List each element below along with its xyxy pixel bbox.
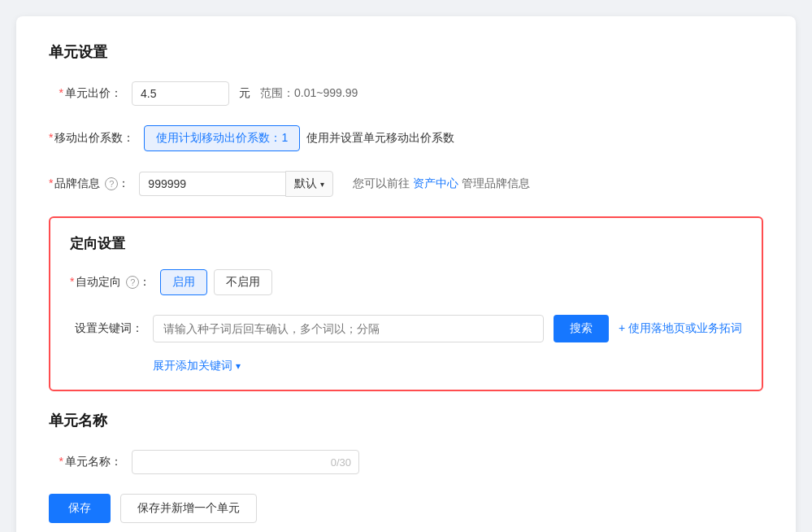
main-container: 单元设置 *单元出价： 元 范围：0.01~999.99 *移动出价系数： 使用… bbox=[16, 16, 796, 532]
mobile-price-row: *移动出价系数： 使用计划移动出价系数：1 使用并设置单元移动出价系数 bbox=[49, 125, 763, 151]
required-star-target: * bbox=[70, 275, 74, 288]
keyword-input[interactable] bbox=[153, 315, 544, 342]
brand-label: *品牌信息 ?： bbox=[49, 177, 129, 191]
unit-name-row: *单元名称： 0/30 bbox=[49, 450, 763, 474]
unit-settings-title: 单元设置 bbox=[49, 42, 763, 62]
required-star-name: * bbox=[59, 455, 63, 468]
required-star-price: * bbox=[59, 86, 63, 99]
brand-info-row: *品牌信息 ?： 默认 ▾ 您可以前往 资产中心 管理品牌信息 bbox=[49, 171, 763, 197]
expand-keyword-area: 展开添加关键词 ▾ bbox=[153, 351, 742, 373]
keyword-label: 设置关键词： bbox=[70, 321, 143, 336]
save-add-button[interactable]: 保存并新增一个单元 bbox=[120, 494, 257, 523]
unit-price-row: *单元出价： 元 范围：0.01~999.99 bbox=[49, 81, 763, 106]
auto-target-disable-btn[interactable]: 不启用 bbox=[214, 269, 272, 295]
keyword-row: 设置关键词： 搜索 + 使用落地页或业务拓词 bbox=[70, 315, 742, 342]
expand-keyword-link[interactable]: 展开添加关键词 ▾ bbox=[153, 359, 241, 373]
save-button[interactable]: 保存 bbox=[49, 494, 111, 523]
keyword-search-btn[interactable]: 搜索 bbox=[554, 315, 609, 342]
unit-price-label: *单元出价： bbox=[49, 86, 122, 101]
required-star-brand: * bbox=[49, 177, 53, 190]
chevron-down-icon: ▾ bbox=[236, 360, 241, 372]
brand-input-group: 默认 ▾ bbox=[139, 171, 333, 197]
brand-select-dropdown[interactable]: 默认 ▾ bbox=[285, 171, 333, 197]
asset-center-link[interactable]: 资产中心 bbox=[413, 177, 458, 190]
brand-help-icon[interactable]: ? bbox=[105, 177, 118, 190]
brand-note: 您可以前往 资产中心 管理品牌信息 bbox=[353, 177, 530, 191]
mobile-price-btn-group: 使用计划移动出价系数：1 使用并设置单元移动出价系数 bbox=[144, 125, 454, 151]
mobile-price-plan-btn[interactable]: 使用计划移动出价系数：1 bbox=[144, 125, 300, 151]
unit-price-input[interactable] bbox=[132, 81, 229, 106]
chevron-down-icon: ▾ bbox=[320, 180, 324, 189]
brand-select-label: 默认 bbox=[294, 177, 317, 191]
use-landing-page-link[interactable]: + 使用落地页或业务拓词 bbox=[619, 321, 742, 336]
targeting-box: 定向设置 *自动定向 ?： 启用 不启用 设置关键词： 搜索 + 使用落地页或业… bbox=[49, 216, 763, 391]
unit-name-label: *单元名称： bbox=[49, 455, 122, 469]
unit-name-input[interactable] bbox=[132, 450, 359, 474]
bottom-actions: 保存 保存并新增一个单元 bbox=[49, 494, 763, 523]
unit-name-section-title: 单元名称 bbox=[49, 411, 763, 430]
auto-target-row: *自动定向 ?： 启用 不启用 bbox=[70, 269, 742, 295]
auto-target-label: *自动定向 ?： bbox=[70, 275, 150, 290]
required-star-mobile: * bbox=[49, 131, 53, 144]
auto-target-help-icon[interactable]: ? bbox=[126, 276, 139, 289]
mobile-price-label: *移动出价系数： bbox=[49, 131, 134, 146]
auto-target-enable-btn[interactable]: 启用 bbox=[160, 269, 207, 295]
auto-target-btn-group: 启用 不启用 bbox=[160, 269, 272, 295]
unit-name-section: 单元名称 *单元名称： 0/30 bbox=[49, 411, 763, 474]
mobile-price-unit-btn[interactable]: 使用并设置单元移动出价系数 bbox=[306, 125, 454, 151]
unit-price-unit: 元 bbox=[239, 86, 250, 101]
unit-price-range: 范围：0.01~999.99 bbox=[260, 86, 358, 101]
brand-input[interactable] bbox=[139, 172, 285, 196]
unit-name-wrapper: 0/30 bbox=[132, 450, 359, 474]
targeting-title: 定向设置 bbox=[70, 234, 742, 253]
